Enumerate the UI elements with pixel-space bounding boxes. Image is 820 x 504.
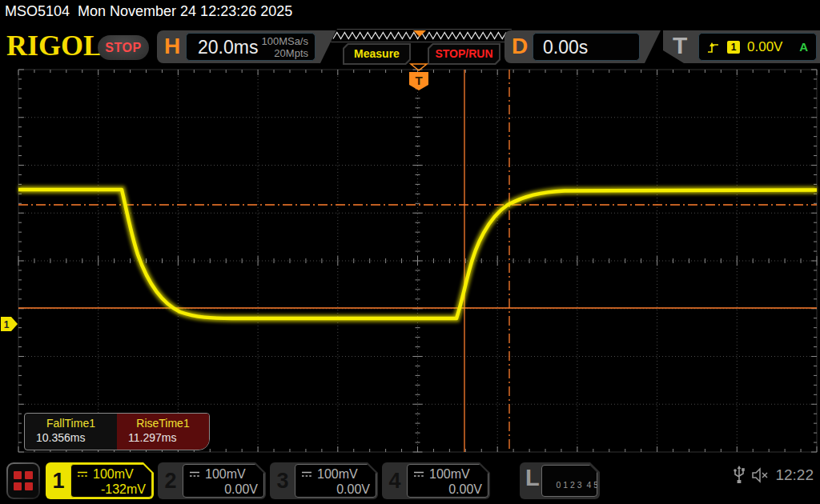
channel-3-scale: 100mV: [317, 466, 358, 482]
channel-4-offset: 0.00V: [413, 482, 482, 497]
channel-1-offset: -132mV: [77, 482, 146, 497]
measurement-panel: FallTime1 10.356ms RiseTime1 11.297ms: [24, 413, 210, 450]
dc-coupling-icon: [301, 470, 313, 478]
channel-4-scale: 100mV: [429, 466, 470, 482]
menu-button[interactable]: [6, 462, 40, 499]
sample-rate: 100MSa/s: [261, 35, 308, 47]
delay-box: 0.00s: [533, 33, 640, 61]
svg-text:T: T: [415, 74, 422, 87]
horizontal-timebase-control[interactable]: H 20.0ms 100MSa/s 20Mpts: [157, 30, 336, 63]
zigzag-icon: [332, 30, 511, 42]
measurement-risetime[interactable]: RiseTime1 11.297ms: [117, 414, 209, 450]
speaker-muted-icon: [751, 467, 769, 483]
channel-1-box[interactable]: 1 100mV -132mV: [46, 462, 154, 499]
channel-1-scale: 100mV: [93, 466, 134, 482]
logic-channels-box[interactable]: L 0 1 2 3 4 5 6 7 8 9 1011 12131415: [520, 462, 600, 499]
channel-3-offset: 0.00V: [301, 482, 370, 497]
measure-button[interactable]: Measure: [343, 43, 411, 65]
trigger-control[interactable]: T 1 0.00V A: [663, 30, 820, 63]
rigol-logo: RIGOL: [6, 29, 102, 62]
trigger-mode: A: [799, 40, 808, 54]
trigger-label: T: [673, 32, 687, 59]
trigger-source-badge: 1: [727, 41, 740, 54]
usb-icon: [734, 466, 745, 484]
header-bar: RIGOL STOP H 20.0ms 100MSa/s 20Mpts Meas…: [0, 24, 820, 67]
logic-row-2: 8 9 1011 12131415: [557, 501, 629, 504]
title-bar: MSO5104 Mon November 24 12:23:26 2025: [0, 0, 820, 24]
dc-coupling-icon: [413, 470, 425, 478]
memory-depth: 20Mpts: [274, 47, 308, 59]
measurement-falltime[interactable]: FallTime1 10.356ms: [25, 414, 117, 450]
dc-coupling-icon: [77, 470, 89, 478]
rising-edge-icon: [707, 41, 720, 54]
svg-text:1: 1: [4, 319, 10, 330]
timebase-box: 20.0ms 100MSa/s 20Mpts: [186, 33, 316, 61]
dc-coupling-icon: [189, 470, 201, 478]
horizontal-label: H: [164, 34, 180, 59]
delay-label: D: [512, 34, 528, 59]
channel-2-offset: 0.00V: [189, 482, 258, 497]
status-icons: 12:22: [734, 466, 814, 484]
channel-status-bar: 1 100mV -132mV 2 100mV 0.00V: [0, 456, 820, 504]
stop-run-button[interactable]: STOP/RUN: [428, 43, 500, 65]
waveform-position-indicator[interactable]: [331, 29, 512, 42]
timebase-value: 20.0ms: [198, 37, 258, 58]
device-title: MSO5104 Mon November 24 12:23:26 2025: [5, 3, 292, 20]
trigger-level-value: 0.00V: [747, 39, 782, 55]
channel-2-box[interactable]: 2 100mV 0.00V: [158, 462, 266, 499]
logic-row-1: 0 1 2 3 4 5 6 7: [557, 480, 613, 490]
delay-value: 0.00s: [543, 37, 588, 58]
clock: 12:22: [775, 466, 814, 484]
delay-control[interactable]: D 0.00s: [504, 30, 661, 63]
channel-2-scale: 100mV: [205, 466, 246, 482]
channel-4-box[interactable]: 4 100mV 0.00V: [382, 462, 490, 499]
graticule: T1: [0, 62, 820, 458]
run-state-indicator[interactable]: STOP: [98, 35, 149, 60]
channel-3-box[interactable]: 3 100mV 0.00V: [270, 462, 378, 499]
menu-grid-icon: [8, 464, 38, 498]
trigger-box: 1 0.00V A: [698, 33, 817, 61]
